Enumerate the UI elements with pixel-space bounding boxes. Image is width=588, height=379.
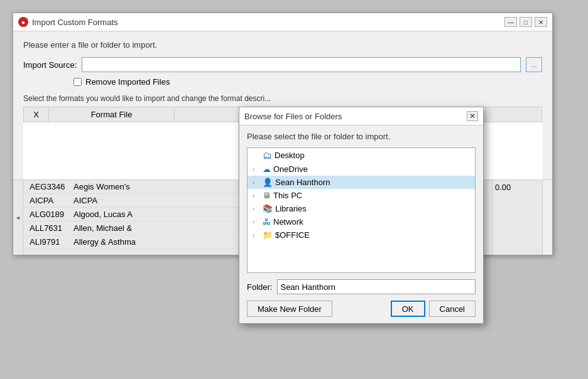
- tree-item-soffice[interactable]: › 📁 $OFFICE: [248, 228, 475, 242]
- client-id: ALG0189: [26, 209, 70, 220]
- dialog-content: Please select the file or folder to impo…: [239, 125, 483, 323]
- client-id: ALL7631: [26, 223, 70, 233]
- client-id: AEG3346: [26, 181, 70, 192]
- select-formats-text: Select the formats you would like to imp…: [23, 94, 542, 103]
- main-window-title: Import Custom Formats: [32, 18, 118, 27]
- dialog-close-button[interactable]: ✕: [467, 111, 478, 121]
- folder-icon: 🗂: [263, 150, 272, 161]
- tree-item-seanhanthorn[interactable]: › 👤 Sean Hanthorn: [248, 176, 475, 189]
- chevron-icon: ›: [253, 206, 260, 212]
- tree-label: Sean Hanthorn: [275, 178, 330, 187]
- cancel-button[interactable]: Cancel: [429, 301, 476, 317]
- minimize-button[interactable]: —: [504, 17, 517, 27]
- client-id: AICPA: [26, 195, 70, 206]
- dialog-buttons: Make New Folder OK Cancel: [247, 301, 476, 317]
- remove-imported-files-checkbox[interactable]: [74, 78, 82, 86]
- client-name: AICPA: [70, 195, 145, 206]
- tree-item-onedrive[interactable]: › ☁ OneDrive: [248, 163, 475, 176]
- make-new-folder-button[interactable]: Make New Folder: [247, 301, 332, 317]
- tree-label: OneDrive: [273, 164, 308, 174]
- title-buttons: — □ ✕: [504, 17, 547, 27]
- scroll-left[interactable]: ◄: [13, 180, 23, 255]
- tree-item-thispc[interactable]: › 🖥 This PC: [248, 189, 475, 202]
- chevron-icon: ›: [253, 179, 260, 186]
- tree-item-libraries[interactable]: › 📚 Libraries: [248, 202, 475, 215]
- dialog-title: Browse for Files or Folders: [244, 112, 342, 121]
- browse-button[interactable]: ...: [526, 57, 542, 72]
- soffice-icon: 📁: [263, 230, 273, 240]
- table-header-x: X: [24, 107, 49, 122]
- import-source-input[interactable]: [82, 57, 521, 72]
- remove-files-row: Remove Imported Files: [74, 77, 542, 87]
- maximize-button[interactable]: □: [520, 17, 532, 27]
- scroll-bar[interactable]: [542, 180, 552, 255]
- import-source-label: Import Source:: [23, 60, 77, 70]
- chevron-icon: ›: [253, 219, 260, 225]
- client-id: ALI9791: [26, 237, 70, 247]
- tree-label: Network: [273, 217, 303, 227]
- client-name: Algood, Lucas A: [70, 209, 145, 220]
- user-icon: 👤: [263, 178, 273, 187]
- instruction-text: Please enter a file or folder to import.: [23, 40, 542, 50]
- network-icon: 🖧: [263, 217, 271, 227]
- main-title-bar: ● Import Custom Formats — □ ✕: [13, 13, 552, 31]
- browse-dialog: Browse for Files or Folders ✕ Please sel…: [239, 107, 484, 324]
- libraries-icon: 📚: [263, 204, 273, 213]
- folder-tree[interactable]: 🗂 Desktop › ☁ OneDrive › 👤 Sean Hanthorn…: [247, 147, 476, 273]
- client-name: Allen, Michael &: [70, 223, 145, 233]
- ok-button[interactable]: OK: [391, 301, 425, 317]
- dialog-title-bar: Browse for Files or Folders ✕: [239, 107, 483, 125]
- remove-imported-files-label: Remove Imported Files: [85, 77, 170, 87]
- folder-label: Folder:: [247, 282, 272, 292]
- folder-row: Folder:: [247, 279, 476, 294]
- tree-item-network[interactable]: › 🖧 Network: [248, 215, 475, 228]
- tree-item-desktop[interactable]: 🗂 Desktop: [248, 148, 475, 163]
- tree-label: Libraries: [275, 204, 307, 213]
- app-icon: ●: [18, 17, 28, 27]
- pc-icon: 🖥: [263, 191, 271, 200]
- folder-input[interactable]: [277, 279, 476, 294]
- chevron-icon: ›: [253, 193, 260, 199]
- right-amount: 0.00: [495, 183, 511, 192]
- import-source-row: Import Source: ...: [23, 57, 542, 72]
- onedrive-icon: ☁: [263, 164, 271, 174]
- tree-label: This PC: [273, 191, 302, 200]
- chevron-icon: ›: [253, 166, 260, 173]
- chevron-icon: ›: [253, 232, 260, 238]
- tree-label: $OFFICE: [275, 230, 310, 240]
- table-header-format: Format File: [49, 107, 175, 122]
- right-value: 0.00: [492, 180, 542, 255]
- client-name: Allergy & Asthma: [70, 237, 145, 247]
- tree-label: Desktop: [275, 151, 305, 160]
- client-name: Aegis Women's: [70, 181, 145, 192]
- title-bar-left: ● Import Custom Formats: [18, 17, 118, 27]
- dialog-instruction: Please select the file or folder to impo…: [247, 132, 476, 141]
- close-button[interactable]: ✕: [535, 17, 547, 27]
